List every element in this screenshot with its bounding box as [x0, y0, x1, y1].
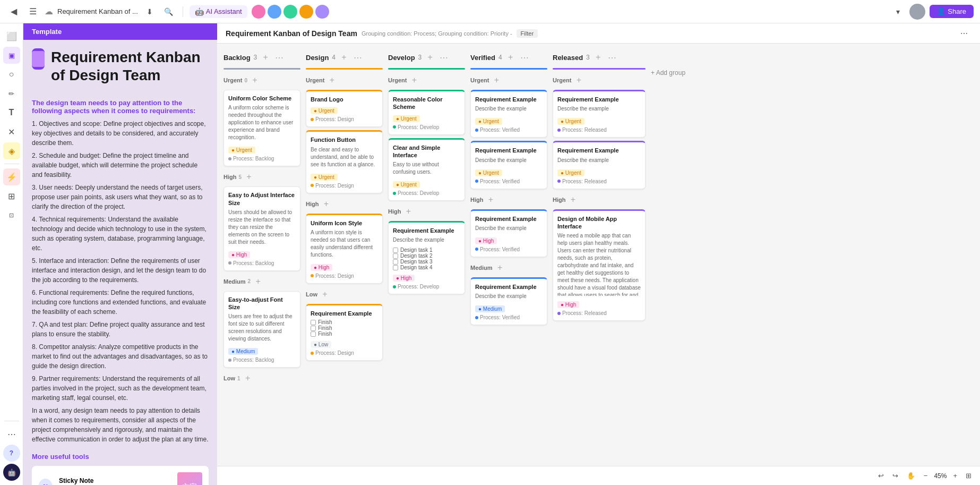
card-icon-style: Uniform Icon Style A uniform icon style … — [306, 214, 383, 284]
backlog-low-add[interactable]: + — [243, 373, 253, 384]
undo-button[interactable]: ↩ — [876, 471, 886, 481]
process-dot — [475, 316, 478, 319]
more-options-button[interactable]: ▾ — [890, 4, 905, 19]
zoom-out-button[interactable]: − — [922, 471, 930, 481]
kanban-more-button[interactable]: ⋯ — [957, 26, 972, 41]
column-design-divider — [306, 68, 383, 70]
released-urgent-add[interactable]: + — [573, 75, 584, 86]
column-released: Released 3 + ⋯ Urgent + Requirement Exam… — [553, 50, 646, 479]
column-backlog-options[interactable]: ⋯ — [274, 52, 285, 63]
verified-urgent-add[interactable]: + — [491, 75, 502, 86]
design-high-label: High — [306, 201, 319, 207]
menu-button[interactable]: ☰ — [25, 4, 40, 19]
back-button[interactable]: ◀ — [6, 4, 21, 19]
kanban-grouping: Grouping condition: Process; Grouping co… — [362, 30, 512, 37]
card-req-example-design-low-process: Process: Design — [311, 350, 378, 356]
card-font-size-title: Easy-to-adjust Font Size — [228, 296, 296, 311]
backlog-urgent-add[interactable]: + — [250, 75, 260, 86]
fit-to-screen-button[interactable]: ⊞ — [964, 471, 974, 481]
backlog-medium-add[interactable]: + — [253, 276, 263, 287]
backlog-urgent-count: 0 — [244, 78, 247, 83]
design-urgent-add[interactable]: + — [326, 75, 337, 86]
kanban-title: Requirement Kanban of Design Team — [226, 29, 357, 38]
user-avatar[interactable] — [909, 4, 925, 20]
column-develop-options[interactable]: ⋯ — [439, 52, 449, 63]
card-req-verified-urgent-1: Requirement Example Describe the example… — [470, 90, 547, 138]
sidebar-item-layers[interactable]: ⬜ — [3, 28, 20, 45]
template-title: Requirement Kanban of Design Team — [51, 48, 209, 84]
sidebar-item-pen[interactable]: ✏ — [3, 85, 20, 102]
sidebar-item-magic[interactable]: ⚡ — [3, 168, 20, 185]
kanban-area: Requirement Kanban of Design Team Groupi… — [217, 23, 980, 485]
card-easy-interface-desc: Users should be allowed to resize the in… — [228, 209, 296, 246]
card-font-size-process: Process: Backlog — [228, 357, 296, 363]
column-released-add[interactable]: + — [593, 52, 604, 63]
card-function-button-title: Function Button — [311, 136, 378, 143]
backlog-high-add[interactable]: + — [244, 172, 254, 182]
card-brand-logo: Brand Logo ● Urgent Process: Design — [306, 90, 383, 127]
sticky-note-preview: 文字 — [177, 472, 202, 485]
column-released-options[interactable]: ⋯ — [607, 52, 617, 63]
ai-assistant-button[interactable]: 🤖 AI Assistant — [190, 5, 247, 18]
zoom-in-button[interactable]: + — [951, 471, 959, 481]
sidebar-item-sticky[interactable]: ◈ — [3, 142, 20, 159]
column-design-add[interactable]: + — [339, 52, 349, 63]
design-low-add[interactable]: + — [320, 289, 330, 300]
sidebar-item-frame[interactable]: ⊡ — [3, 207, 20, 224]
card-req-example-design-low: Requirement Example Finish Finish Finish… — [306, 304, 383, 361]
sidebar-item-table[interactable]: ⊞ — [3, 188, 20, 205]
checklist-item-1: Finish — [311, 319, 378, 325]
column-backlog-add[interactable]: + — [260, 52, 271, 63]
sidebar-item-ai[interactable]: 🤖 — [3, 464, 20, 481]
template-logo — [32, 48, 45, 70]
card-req-released-urgent-1-badge: ● Urgent — [557, 118, 584, 125]
share-button[interactable]: 👤 Share — [930, 5, 974, 18]
column-develop-add[interactable]: + — [425, 52, 435, 63]
template-desc-heading: The design team needs to pay attention t… — [32, 99, 209, 115]
released-high-label: High — [553, 197, 565, 203]
verified-medium-label: Medium — [470, 265, 493, 271]
process-dot — [393, 125, 396, 129]
column-verified-options[interactable]: ⋯ — [519, 52, 530, 63]
card-req-verified-urgent-2-badge: ● Urgent — [475, 169, 502, 176]
develop-high-add[interactable]: + — [403, 206, 414, 217]
develop-urgent-add[interactable]: + — [409, 75, 419, 86]
avatar-3 — [283, 5, 297, 19]
sidebar-item-more[interactable]: ⋯ — [3, 426, 20, 443]
card-req-verified-urgent-1-process: Process: Verified — [475, 127, 543, 133]
column-verified-title: Verified — [470, 54, 495, 62]
process-dot — [228, 359, 231, 362]
backlog-group-high: High 5 + — [223, 169, 300, 183]
column-verified-add[interactable]: + — [505, 52, 516, 63]
released-high-add[interactable]: + — [568, 194, 578, 205]
card-brand-logo-badge: ● Urgent — [311, 107, 338, 114]
hand-tool-button[interactable]: ✋ — [905, 471, 917, 481]
card-req-verified-high-title: Requirement Example — [475, 215, 543, 223]
sidebar-item-connector[interactable]: ✕ — [3, 123, 20, 140]
add-group-button[interactable]: + Add group — [651, 66, 685, 80]
design-high-add[interactable]: + — [321, 199, 331, 209]
card-req-verified-urgent-2-desc: Describe the example — [475, 157, 543, 164]
sidebar-divider-1 — [4, 164, 19, 164]
search-button[interactable]: 🔍 — [161, 4, 176, 19]
card-req-verified-medium-badge: ● Medium — [475, 305, 505, 312]
sidebar-item-select[interactable]: ▣ — [3, 47, 20, 64]
column-verified-count: 4 — [498, 54, 502, 61]
filter-button[interactable]: Filter — [517, 29, 538, 38]
sidebar-item-shapes[interactable]: ○ — [3, 66, 20, 83]
sidebar-item-help[interactable]: ? — [3, 445, 20, 462]
card-reasonable-color-process: Process: Develop — [393, 124, 460, 130]
column-backlog-title: Backlog — [223, 54, 251, 62]
card-req-develop-high-desc: Describe the example — [393, 236, 460, 244]
verified-high-add[interactable]: + — [485, 194, 496, 205]
sidebar-item-text[interactable]: T — [3, 104, 20, 121]
sidebar-divider-2 — [4, 421, 19, 421]
redo-button[interactable]: ↪ — [890, 471, 900, 481]
column-design-options[interactable]: ⋯ — [353, 52, 363, 63]
verified-medium-add[interactable]: + — [495, 262, 505, 273]
download-button[interactable]: ⬇ — [142, 4, 157, 19]
card-uniform-color-desc: A uniform color scheme is needed through… — [228, 104, 296, 141]
card-simple-interface-badge: ● Urgent — [393, 181, 420, 188]
sticky-note-tool: N Sticky Note Press 'N' to quickly add a… — [32, 466, 209, 485]
card-function-button: Function Button Be clear and easy to und… — [306, 130, 383, 193]
